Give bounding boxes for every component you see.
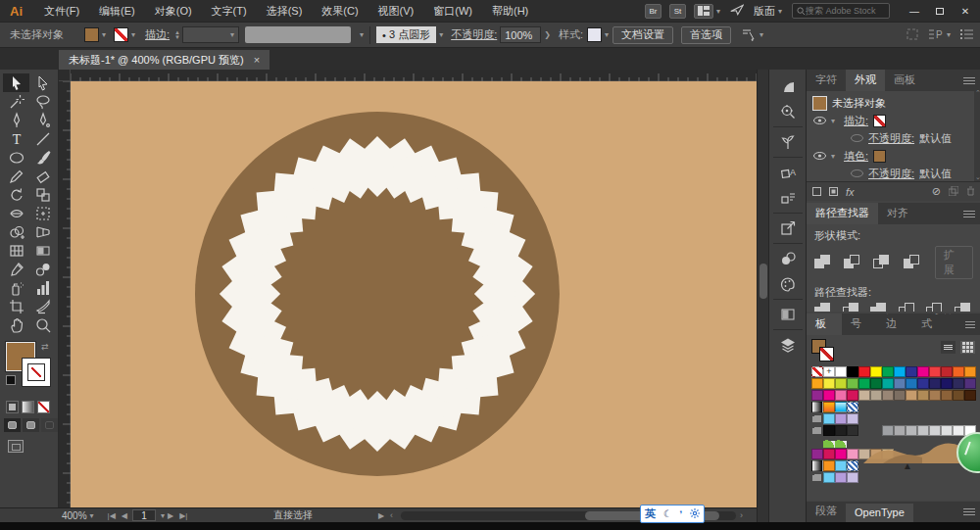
direct-selection-tool[interactable] xyxy=(29,73,56,92)
visibility-eye-icon[interactable] xyxy=(812,152,826,160)
swatch-eeeeef[interactable] xyxy=(953,425,964,436)
swatch-998675[interactable] xyxy=(882,390,894,401)
layers-icon[interactable] xyxy=(773,332,803,358)
preferences-button[interactable]: 首选项 xyxy=(681,26,731,44)
pathfinder-tab-路径查找器[interactable]: 路径查找器 xyxy=(807,203,878,224)
swatches-tab-色板[interactable]: 色板 xyxy=(807,313,842,335)
artboard-tool[interactable] xyxy=(3,297,29,315)
arrange-documents-icon[interactable] xyxy=(694,4,713,19)
swatch-2e2e2e[interactable] xyxy=(847,425,858,436)
swatch-dfe0e1[interactable] xyxy=(941,425,953,436)
paragraph-tab-段落[interactable]: 段落 xyxy=(807,502,846,522)
visibility-eye-icon[interactable] xyxy=(850,169,863,177)
status-expand-icon[interactable]: ▶ xyxy=(378,511,384,520)
touch-workspace-icon[interactable] xyxy=(741,27,757,43)
swatch-c1272d[interactable] xyxy=(941,366,953,377)
duplicate-item-icon[interactable] xyxy=(949,186,958,198)
opacity-label[interactable]: 不透明度: xyxy=(868,131,914,146)
swatch-ec008c[interactable] xyxy=(823,390,835,401)
swatch-ed1c24[interactable] xyxy=(858,366,870,377)
swatch-6dcff6[interactable] xyxy=(823,472,835,483)
swatch-d4145a[interactable] xyxy=(847,390,858,401)
panel-menu-icon[interactable] xyxy=(965,319,975,330)
swatch-2e2a5c[interactable] xyxy=(953,378,964,389)
menu-item-7[interactable]: 窗口(W) xyxy=(423,4,482,19)
symbol-plant-icon[interactable] xyxy=(773,129,803,155)
search-input[interactable] xyxy=(806,6,884,16)
panel-menu-icon[interactable] xyxy=(963,506,975,517)
stroke-color-well[interactable] xyxy=(22,358,51,387)
draw-inside-button[interactable] xyxy=(41,418,58,432)
ime-mode-icon[interactable]: ❜ xyxy=(679,509,682,519)
panel-menu-icon[interactable] xyxy=(963,75,975,86)
minimize-button[interactable]: — xyxy=(904,3,925,19)
document-setup-button[interactable]: 文档设置 xyxy=(612,26,673,44)
panel-list-icon[interactable] xyxy=(960,29,974,41)
shape-builder-tool[interactable] xyxy=(3,222,29,241)
vertical-scrollbar[interactable] xyxy=(757,70,768,522)
swatch-00aeef[interactable] xyxy=(894,366,906,377)
prev-artboard-icon[interactable]: ◀ xyxy=(122,511,127,520)
gradient-button[interactable] xyxy=(22,401,34,413)
blend-tool[interactable] xyxy=(29,260,56,278)
swatch-6d4b26[interactable] xyxy=(953,390,964,401)
swatch-hill[interactable] xyxy=(823,437,835,448)
swatch-6dcff6[interactable] xyxy=(835,460,847,471)
swatch-1c75bc[interactable] xyxy=(906,378,917,389)
swatch-d4145a[interactable] xyxy=(823,449,835,459)
screen-mode-button[interactable] xyxy=(8,440,24,453)
delete-item-icon[interactable] xyxy=(966,186,975,198)
expand-button[interactable]: 扩展 xyxy=(935,246,973,279)
paragraph-tab-OpenType[interactable]: OpenType xyxy=(846,504,913,522)
fill-color-swatch[interactable] xyxy=(84,27,99,42)
zoom-level-dropdown[interactable]: 400% ▾ xyxy=(62,510,94,521)
opacity-link[interactable]: 不透明度: xyxy=(451,27,497,42)
tab-close-icon[interactable]: × xyxy=(254,54,260,66)
swatch-c9bfe4[interactable] xyxy=(847,472,858,483)
menu-item-3[interactable]: 文字(T) xyxy=(202,4,257,19)
swatch-6dcff6[interactable] xyxy=(823,413,835,424)
swatch-72bf44[interactable] xyxy=(847,378,858,389)
swatch-262262[interactable] xyxy=(929,378,941,389)
swatch-folder[interactable] xyxy=(811,472,823,483)
artboard[interactable] xyxy=(71,81,757,507)
text-styles-icon[interactable] xyxy=(773,185,803,211)
swatch-ec008c[interactable] xyxy=(835,449,847,459)
opacity-expand-icon[interactable]: ❯ xyxy=(544,30,551,39)
moon-icon[interactable]: ☾ xyxy=(663,508,672,519)
node-search-icon[interactable] xyxy=(773,99,803,124)
new-fill-icon[interactable] xyxy=(829,187,838,196)
stroke-weight-dropdown[interactable]: ▾ xyxy=(182,26,239,43)
first-artboard-icon[interactable]: |◀ xyxy=(108,511,116,520)
swatch-folder[interactable] xyxy=(811,425,823,436)
list-view-icon[interactable] xyxy=(941,341,956,354)
visibility-eye-icon[interactable] xyxy=(812,117,826,124)
unite-button[interactable] xyxy=(814,255,835,270)
visibility-eye-icon[interactable] xyxy=(850,134,863,142)
free-transform-tool[interactable] xyxy=(29,204,56,222)
menu-item-2[interactable]: 对象(O) xyxy=(145,4,202,19)
gradient-icon[interactable] xyxy=(773,302,803,327)
clear-appearance-icon[interactable]: ⊘ xyxy=(932,185,941,198)
ime-language-label[interactable]: 英 xyxy=(645,506,656,521)
draw-behind-button[interactable] xyxy=(23,418,39,432)
swatch-b59ddb[interactable] xyxy=(835,413,847,424)
swatch-8c6239[interactable] xyxy=(941,390,953,401)
menu-item-6[interactable]: 视图(V) xyxy=(368,4,424,19)
swatch-b59ddb[interactable] xyxy=(835,472,847,483)
swatch-00a99d[interactable] xyxy=(882,378,894,389)
swatch-007236[interactable] xyxy=(870,378,882,389)
workspace-switcher-icon[interactable]: P xyxy=(928,28,944,42)
minus-back-button[interactable] xyxy=(955,303,974,312)
fill-attr-label[interactable]: 填色: xyxy=(844,149,868,164)
swatch-f5eb3b[interactable] xyxy=(823,378,835,389)
swatch-none[interactable] xyxy=(811,366,823,377)
appearance-tab-画板[interactable]: 画板 xyxy=(885,70,924,91)
crop-button[interactable] xyxy=(899,303,918,312)
swatch-1b1464[interactable] xyxy=(941,378,953,389)
swatch-faa61a[interactable] xyxy=(811,378,823,389)
curvature-tool[interactable] xyxy=(29,111,56,129)
swatch-pattern[interactable] xyxy=(847,402,858,412)
next-artboard-icon[interactable]: ▶ xyxy=(168,511,173,520)
slice-tool[interactable] xyxy=(29,297,56,315)
